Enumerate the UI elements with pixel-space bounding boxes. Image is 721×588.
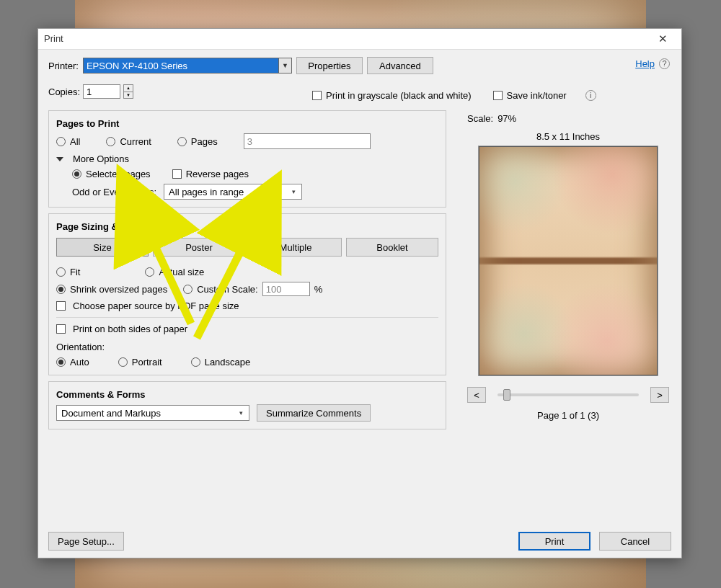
- sizing-heading: Page Sizing & Handling: [56, 221, 161, 232]
- comments-section: Comments & Forms Document and Markups ▾ …: [48, 381, 446, 429]
- pages-to-print-section: Pages to Print All Current Pages More Op…: [48, 110, 446, 208]
- help-info-icon[interactable]: ?: [659, 58, 670, 69]
- actual-radio[interactable]: [145, 267, 154, 277]
- scale-value: 97%: [497, 113, 516, 124]
- portrait-label: Portrait: [132, 357, 162, 368]
- shrink-label: Shrink oversized pages: [70, 284, 167, 295]
- page-slider[interactable]: [497, 393, 639, 396]
- odd-even-select[interactable]: All pages in range ▾: [164, 184, 302, 200]
- all-label: All: [70, 136, 80, 147]
- chevron-down-icon: ▾: [236, 406, 246, 420]
- page-counter: Page 1 of 1 (3): [467, 410, 669, 421]
- comments-heading: Comments & Forms: [56, 389, 146, 400]
- orientation-label: Orientation:: [56, 342, 438, 352]
- expand-icon[interactable]: [56, 157, 63, 161]
- properties-button[interactable]: Properties: [296, 57, 363, 74]
- advanced-button[interactable]: Advanced: [367, 57, 433, 74]
- print-button[interactable]: Print: [518, 532, 590, 551]
- preview-frame: [479, 146, 658, 375]
- slider-thumb[interactable]: [503, 389, 510, 401]
- fit-radio[interactable]: [56, 267, 66, 277]
- multiple-tab[interactable]: Multiple: [249, 238, 342, 257]
- print-dialog: Print ✕ Printer: EPSON XP-4100 Series ▼ …: [37, 28, 682, 558]
- pages-heading: Pages to Print: [56, 118, 119, 129]
- booklet-tab[interactable]: Booklet: [346, 238, 438, 257]
- printer-label: Printer:: [48, 61, 79, 71]
- duplex-label: Print on both sides of paper: [73, 324, 187, 334]
- custom-label: Custom Scale:: [197, 284, 258, 295]
- saveink-info-icon[interactable]: i: [585, 90, 596, 101]
- pages-label: Pages: [191, 136, 218, 147]
- copies-input[interactable]: [83, 84, 120, 99]
- odd-even-label: Odd or Even Pages:: [72, 187, 156, 197]
- portrait-radio[interactable]: [118, 357, 128, 367]
- pages-input[interactable]: [244, 133, 371, 149]
- landscape-radio[interactable]: [191, 357, 200, 367]
- current-label: Current: [120, 136, 151, 147]
- dialog-title: Print: [44, 29, 63, 49]
- current-radio[interactable]: [106, 137, 115, 146]
- preview-image: [479, 147, 657, 375]
- reverse-pages-label: Reverse pages: [186, 169, 249, 179]
- size-tab[interactable]: Size: [56, 238, 149, 257]
- summarize-button[interactable]: Summarize Comments: [257, 404, 371, 422]
- selected-pages-radio[interactable]: [72, 169, 81, 179]
- cancel-button[interactable]: Cancel: [599, 532, 671, 551]
- auto-label: Auto: [70, 357, 89, 368]
- close-button[interactable]: ✕: [650, 29, 676, 49]
- selected-pages-label: Selected pages: [86, 169, 151, 179]
- all-radio[interactable]: [56, 137, 66, 146]
- actual-label: Actual size: [159, 267, 204, 277]
- reverse-pages-checkbox[interactable]: [172, 169, 182, 179]
- paper-source-label: Choose paper source by PDF page size: [73, 300, 239, 311]
- copies-spinner[interactable]: ▲▼: [123, 84, 133, 99]
- poster-tab[interactable]: Poster: [153, 238, 245, 257]
- copies-label: Copies:: [48, 86, 80, 97]
- chevron-down-icon: ▼: [278, 58, 291, 73]
- help-link[interactable]: Help: [635, 58, 655, 69]
- page-sizing-section: Page Sizing & Handling i Size Poster Mul…: [48, 213, 446, 375]
- custom-scale-input[interactable]: [262, 282, 310, 296]
- fit-label: Fit: [70, 267, 80, 277]
- odd-even-value: All pages in range: [169, 187, 244, 197]
- custom-radio[interactable]: [183, 285, 193, 294]
- next-page-button[interactable]: >: [650, 387, 669, 403]
- grayscale-checkbox[interactable]: [312, 91, 322, 100]
- titlebar: Print ✕: [38, 29, 681, 49]
- printer-select[interactable]: EPSON XP-4100 Series ▼: [83, 58, 292, 74]
- landscape-label: Landscape: [205, 357, 251, 368]
- comments-select[interactable]: Document and Markups ▾: [56, 405, 249, 421]
- more-options-label[interactable]: More Options: [73, 153, 129, 164]
- scale-label: Scale:: [467, 113, 493, 124]
- comments-value: Document and Markups: [61, 408, 161, 419]
- sizing-info-icon[interactable]: i: [165, 221, 176, 232]
- prev-page-button[interactable]: <: [467, 387, 486, 403]
- paper-dims: 8.5 x 11 Inches: [467, 131, 669, 142]
- pages-radio[interactable]: [177, 137, 187, 146]
- shrink-radio[interactable]: [56, 285, 66, 294]
- saveink-label: Save ink/toner: [507, 90, 567, 101]
- paper-source-checkbox[interactable]: [56, 301, 66, 311]
- chevron-down-icon: ▾: [288, 184, 298, 199]
- grayscale-label: Print in grayscale (black and white): [326, 90, 472, 101]
- page-setup-button[interactable]: Page Setup...: [48, 532, 124, 551]
- percent-label: %: [314, 284, 323, 295]
- saveink-checkbox[interactable]: [493, 91, 503, 100]
- duplex-checkbox[interactable]: [56, 324, 66, 334]
- auto-radio[interactable]: [56, 357, 66, 367]
- printer-value: EPSON XP-4100 Series: [87, 61, 187, 71]
